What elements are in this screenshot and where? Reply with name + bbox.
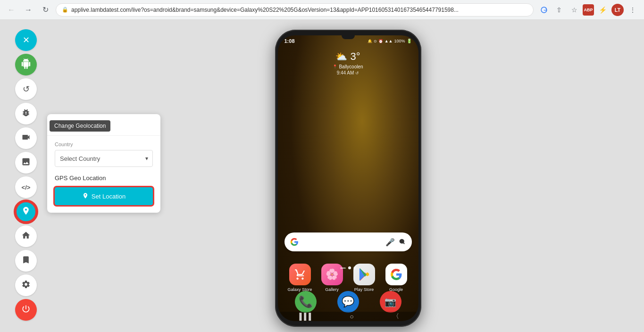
close-session-button[interactable]: ✕ — [15, 29, 37, 51]
alarm-icon: ⏰ — [378, 39, 383, 43]
playstore-icon — [353, 264, 375, 285]
close-icon: ✕ — [23, 35, 30, 45]
home-icon — [21, 231, 31, 242]
status-time: 1:08 — [284, 38, 295, 44]
weather-time: 9:44 AM ↺ — [333, 70, 363, 75]
reload-button[interactable]: ↻ — [39, 3, 52, 17]
galaxy-store-icon — [289, 264, 311, 285]
weather-location: 📍 Ballycoolen — [333, 64, 363, 69]
location-pin-icon — [82, 192, 89, 200]
dot-active-page — [340, 267, 346, 269]
time-value: 9:44 AM — [337, 70, 354, 75]
power-icon — [21, 304, 31, 316]
rotate-icon: ↺ — [23, 84, 30, 94]
nav-home-button[interactable]: ○ — [350, 313, 353, 320]
country-select-wrapper: Select Country United States United King… — [55, 150, 153, 167]
dot-current — [348, 266, 351, 269]
location-icon — [21, 206, 31, 218]
settings-button[interactable] — [15, 274, 37, 296]
messages-dock-item[interactable]: 💬 — [337, 291, 359, 313]
temperature-value: 3° — [350, 50, 360, 63]
geolocation-panel: Set Location Country Select Country Unit… — [47, 114, 160, 213]
panel-title: Set Location — [47, 114, 160, 136]
browser-chrome: ← → ↻ 🔒 applive.lambdatest.com/live?os=a… — [0, 0, 644, 20]
more-button[interactable]: ⋮ — [626, 3, 639, 17]
image-icon — [21, 157, 31, 169]
refresh-icon: ↺ — [355, 71, 359, 75]
rotate-button[interactable]: ↺ — [15, 78, 37, 100]
android-button[interactable] — [15, 54, 37, 75]
phone-device: 1:08 🔔 ⊙ ⏰ ▲▲ 100% 🔋 ⛅ 3° — [275, 30, 421, 327]
navigation-bar: ▐▐▐ ○ 〈 — [278, 312, 418, 321]
bookmark-button[interactable] — [15, 250, 37, 272]
location-name: Ballycoolen — [339, 64, 363, 69]
country-select[interactable]: Select Country United States United King… — [55, 150, 153, 167]
page-dots-indicator — [340, 266, 356, 269]
geolocation-button[interactable] — [15, 201, 37, 223]
signal-icon: 100% — [394, 39, 405, 43]
forward-button[interactable]: → — [22, 3, 35, 17]
google-search-bar[interactable]: 🎤 — [284, 232, 412, 251]
weather-cloud-icon: ⛅ — [335, 51, 347, 62]
avatar: LT — [611, 4, 624, 16]
gps-geo-label: GPS Geo Location — [55, 174, 153, 182]
camera-button[interactable] — [15, 127, 37, 149]
settings-icon — [21, 280, 31, 291]
phone-screen: 1:08 🔔 ⊙ ⏰ ▲▲ 100% 🔋 ⛅ 3° — [278, 35, 418, 321]
code-icon: </> — [22, 184, 31, 191]
url-text: applive.lambdatest.com/live?os=android&b… — [71, 7, 527, 13]
bug-icon — [21, 108, 31, 120]
address-bar[interactable]: 🔒 applive.lambdatest.com/live?os=android… — [56, 3, 534, 17]
wifi-icon: ▲▲ — [385, 39, 393, 43]
nav-recent-button[interactable]: ▐▐▐ — [297, 313, 311, 320]
messages-dock-icon: 💬 — [342, 296, 354, 308]
power-button[interactable] — [15, 299, 37, 321]
country-label: Country — [55, 141, 153, 147]
main-content: ✕ ↺ — [0, 20, 644, 332]
bug-report-button[interactable] — [15, 103, 37, 124]
extensions-button[interactable]: ⚡ — [596, 3, 609, 17]
bookmark-icon — [21, 255, 31, 267]
gallery-button[interactable] — [15, 152, 37, 174]
dock: 📞 💬 📷 — [284, 291, 412, 313]
list-item[interactable]: Galaxy Store — [286, 264, 314, 292]
location-status-icon: ⊙ — [374, 39, 377, 43]
battery-icon: 🔋 — [407, 39, 412, 43]
google-logo — [290, 238, 299, 246]
weather-widget: ⛅ 3° 📍 Ballycoolen 9:44 AM ↺ — [333, 50, 363, 75]
browser-actions: ⇧ ☆ ABP ⚡ LT ⋮ — [537, 3, 639, 17]
set-location-button[interactable]: Set Location — [55, 187, 153, 205]
alert-icon: 🔔 — [368, 39, 372, 43]
camera-dock-item[interactable]: 📷 — [380, 291, 401, 313]
lock-icon: 🔒 — [62, 7, 68, 13]
profile-picture-button[interactable]: LT — [611, 3, 624, 17]
panel-body: Country Select Country United States Uni… — [47, 136, 160, 213]
share-button[interactable]: ⇧ — [552, 3, 566, 17]
notch — [342, 35, 355, 39]
back-button[interactable]: ← — [5, 3, 18, 17]
mic-icon[interactable]: 🎤 — [385, 238, 395, 247]
camera-dock-icon: 📷 — [385, 296, 396, 307]
location-dot-icon: 📍 — [333, 65, 337, 69]
dot-page — [353, 266, 356, 269]
google-app-icon — [385, 264, 407, 285]
google-icon-btn[interactable] — [537, 3, 551, 17]
abp-badge[interactable]: ABP — [583, 4, 594, 16]
star-button[interactable]: ☆ — [568, 3, 581, 17]
lens-icon[interactable] — [399, 238, 406, 247]
phone-dock-item[interactable]: 📞 — [295, 291, 317, 313]
phone-dock-icon: 📞 — [299, 295, 313, 308]
weather-temp-display: ⛅ 3° — [333, 50, 363, 63]
camera-icon — [21, 133, 31, 144]
sidebar: ✕ ↺ — [0, 20, 52, 332]
android-icon — [21, 58, 31, 71]
nav-back-button[interactable]: 〈 — [393, 312, 399, 321]
set-location-label: Set Location — [92, 193, 125, 200]
devtools-button[interactable]: </> — [15, 176, 37, 198]
list-item[interactable]: Google — [383, 264, 410, 292]
home-button[interactable] — [15, 225, 37, 247]
status-icons: 🔔 ⊙ ⏰ ▲▲ 100% 🔋 — [368, 39, 412, 43]
